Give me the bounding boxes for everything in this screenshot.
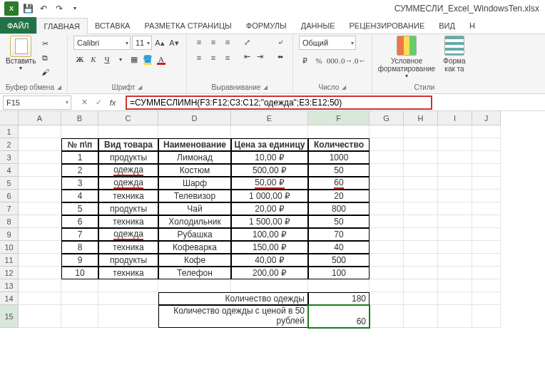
cell-H14[interactable] (404, 292, 438, 305)
row-header-2[interactable]: 2 (0, 138, 19, 151)
decrease-decimal-icon[interactable]: .0← (353, 54, 366, 67)
bold-button[interactable]: Ж (73, 53, 86, 66)
cell-number-9[interactable]: 7 (61, 228, 98, 241)
font-dialog-launcher[interactable]: ◢ (138, 84, 142, 91)
align-middle-icon[interactable]: ≡ (207, 36, 220, 48)
cell-qty-6[interactable]: 20 (308, 190, 370, 202)
cell-qty-4[interactable]: 50 (308, 164, 370, 177)
column-header-I[interactable]: I (438, 111, 472, 125)
cell-I4[interactable] (438, 164, 472, 177)
row-header-10[interactable]: 10 (0, 241, 19, 254)
cell-name-12[interactable]: Телефон (158, 267, 231, 279)
redo-icon[interactable]: ↷ (53, 2, 66, 15)
cell-I14[interactable] (438, 292, 472, 305)
decrease-indent-icon[interactable]: ⇤ (241, 50, 254, 63)
cell-qty-10[interactable]: 40 (308, 241, 370, 254)
row-header-15[interactable]: 15 (0, 305, 19, 328)
cell-D13[interactable] (158, 279, 231, 292)
cell-H6[interactable] (404, 190, 438, 202)
row-header-14[interactable]: 14 (0, 292, 19, 305)
cell-C13[interactable] (98, 279, 158, 292)
cell-I9[interactable] (438, 228, 472, 241)
cell-A11[interactable] (19, 254, 61, 267)
align-bottom-icon[interactable]: ≡ (221, 36, 234, 48)
cell-J15[interactable] (472, 305, 501, 328)
cell-J9[interactable] (472, 228, 501, 241)
font-color-button[interactable]: A (155, 53, 168, 66)
cell-J6[interactable] (472, 190, 501, 202)
cell-name-10[interactable]: Кофеварка (158, 241, 231, 254)
cell-type-12[interactable]: техника (98, 267, 158, 279)
cell-H1[interactable] (404, 125, 438, 138)
cell-number-12[interactable]: 10 (61, 267, 98, 279)
borders-button[interactable]: ▦ (128, 53, 141, 66)
align-left-icon[interactable]: ≡ (193, 51, 205, 64)
font-name-combo[interactable]: Calibri (73, 36, 131, 50)
header-qty[interactable]: Количество (308, 138, 370, 151)
cell-G10[interactable] (370, 241, 404, 254)
cell-qty-9[interactable]: 70 (308, 228, 370, 241)
row-header-1[interactable]: 1 (0, 125, 19, 138)
cell-name-5[interactable]: Шарф (158, 177, 231, 190)
column-header-H[interactable]: H (404, 111, 438, 125)
column-header-J[interactable]: J (472, 111, 501, 125)
cell-type-7[interactable]: продукты (98, 202, 158, 215)
row-header-11[interactable]: 11 (0, 254, 19, 267)
cell-price-7[interactable]: 20,00 ₽ (231, 202, 308, 215)
cell-A14[interactable] (19, 292, 61, 305)
cell-B13[interactable] (61, 279, 98, 292)
cell-H15[interactable] (404, 305, 438, 328)
cell-number-10[interactable]: 8 (61, 241, 98, 254)
header-name[interactable]: Наименование (158, 138, 231, 151)
tab-home[interactable]: ГЛАВНАЯ (36, 18, 88, 34)
undo-icon[interactable]: ↶ (37, 2, 50, 15)
cell-I5[interactable] (438, 177, 472, 190)
cell-F1[interactable] (308, 125, 370, 138)
orientation-icon[interactable]: ⤢ (241, 36, 254, 48)
cell-qty-7[interactable]: 800 (308, 202, 370, 215)
cell-name-3[interactable]: Лимонад (158, 151, 231, 164)
cell-J8[interactable] (472, 215, 501, 228)
cell-type-9[interactable]: одежда (98, 228, 158, 241)
cell-H10[interactable] (404, 241, 438, 254)
cell-G3[interactable] (370, 151, 404, 164)
cell-type-11[interactable]: продукты (98, 254, 158, 267)
cell-price-10[interactable]: 150,00 ₽ (231, 241, 308, 254)
cell-J14[interactable] (472, 292, 501, 305)
cell-number-5[interactable]: 3 (61, 177, 98, 190)
cell-B1[interactable] (61, 125, 98, 138)
cell-I3[interactable] (438, 151, 472, 164)
tab-view[interactable]: ВИД (432, 17, 462, 33)
increase-font-icon[interactable]: A▴ (153, 36, 166, 49)
cell-J3[interactable] (472, 151, 501, 164)
fill-color-button[interactable]: 🪣 (141, 53, 154, 66)
column-header-F[interactable]: F (308, 111, 370, 125)
cell-J2[interactable] (472, 138, 501, 151)
currency-icon[interactable]: ₽ (299, 54, 312, 67)
clipboard-dialog-launcher[interactable]: ◢ (57, 84, 61, 91)
cell-type-4[interactable]: одежда (98, 164, 158, 177)
column-header-A[interactable]: A (19, 111, 61, 125)
tab-formulas[interactable]: ФОРМУЛЫ (239, 17, 294, 33)
cell-A6[interactable] (19, 190, 61, 202)
cell-A5[interactable] (19, 177, 61, 190)
cell-number-4[interactable]: 2 (61, 164, 98, 177)
cell-J7[interactable] (472, 202, 501, 215)
cell-H11[interactable] (404, 254, 438, 267)
cell-H9[interactable] (404, 228, 438, 241)
header-price[interactable]: Цена за единицу (231, 138, 308, 151)
conditional-formatting-button[interactable]: Условное форматирование ▾ (378, 36, 435, 79)
column-header-C[interactable]: C (98, 111, 158, 125)
merge-button[interactable]: ⬌ (274, 50, 287, 63)
cell-D1[interactable] (158, 125, 231, 138)
cell-number-3[interactable]: 1 (61, 151, 98, 164)
column-header-B[interactable]: B (61, 111, 98, 125)
cell-B14[interactable] (61, 292, 98, 305)
cell-I13[interactable] (438, 279, 472, 292)
cell-I15[interactable] (438, 305, 472, 328)
cell-G15[interactable] (370, 305, 404, 328)
column-header-E[interactable]: E (231, 111, 308, 125)
align-top-icon[interactable]: ≡ (193, 36, 205, 48)
summary-label-1[interactable]: Количество одежды (158, 292, 308, 305)
cell-G6[interactable] (370, 190, 404, 202)
